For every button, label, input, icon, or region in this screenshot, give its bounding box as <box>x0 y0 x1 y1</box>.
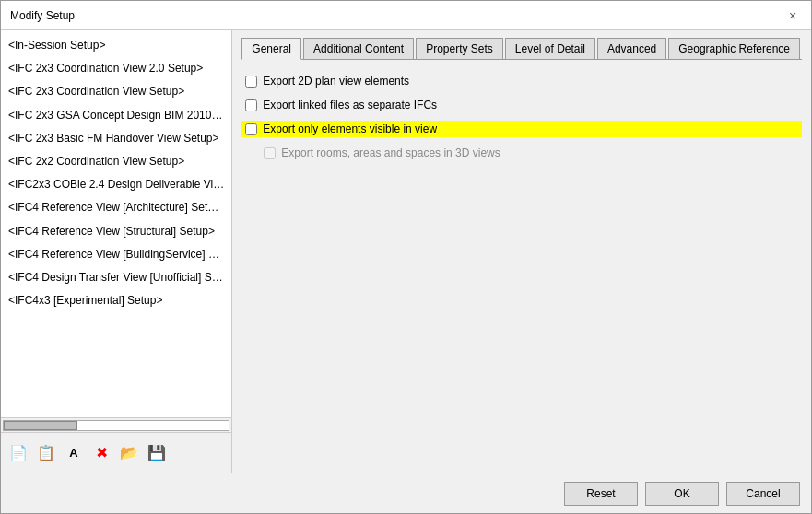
sidebar-footer: 📄 📋 A ✖ 📂 💾 <box>1 432 231 473</box>
checkbox-row-3: Export only elements visible in view <box>241 121 802 137</box>
dialog-body: <In-Session Setup><IFC 2x3 Coordination … <box>1 30 811 473</box>
tab-general[interactable]: General <box>241 38 301 60</box>
scrollbar-area <box>1 417 231 432</box>
sidebar-item[interactable]: <In-Session Setup> <box>1 34 231 57</box>
tab-property-sets[interactable]: Property Sets <box>416 38 503 59</box>
checkbox-row-1: Export 2D plan view elements <box>241 73 802 89</box>
sidebar-item[interactable]: <IFC4x3 [Experimental] Setup> <box>1 289 231 312</box>
sidebar-item[interactable]: <IFC 2x3 Coordination View Setup> <box>1 80 231 103</box>
scrollbar-thumb[interactable] <box>4 421 77 430</box>
sidebar-item[interactable]: <IFC2x3 COBie 2.4 Design Deliverable Vie… <box>1 173 231 196</box>
sidebar-list: <In-Session Setup><IFC 2x3 Coordination … <box>1 30 231 417</box>
sidebar-item[interactable]: <IFC4 Reference View [BuildingService] S… <box>1 243 231 266</box>
title-bar: Modify Setup × <box>1 1 811 30</box>
export-rooms-checkbox[interactable] <box>264 147 276 159</box>
tab-geographic-reference[interactable]: Geographic Reference <box>668 38 800 59</box>
tab-advanced[interactable]: Advanced <box>597 38 666 59</box>
checkbox-row-4: Export rooms, areas and spaces in 3D vie… <box>241 145 802 161</box>
reset-button[interactable]: Reset <box>564 482 638 506</box>
export-button[interactable]: 💾 <box>145 441 169 465</box>
sidebar-item[interactable]: <IFC4 Design Transfer View [Unofficial] … <box>1 266 231 289</box>
tabs: General Additional Content Property Sets… <box>241 38 802 60</box>
import-button[interactable]: 📂 <box>117 441 141 465</box>
sidebar-scrollbar[interactable] <box>3 420 229 431</box>
sidebar-item[interactable]: <IFC 2x3 Basic FM Handover View Setup> <box>1 127 231 150</box>
export-visible-label: Export only elements visible in view <box>263 123 437 135</box>
export-rooms-label: Export rooms, areas and spaces in 3D vie… <box>281 146 500 159</box>
modify-setup-dialog: Modify Setup × <In-Session Setup><IFC 2x… <box>0 0 812 514</box>
sidebar-item[interactable]: <IFC 2x3 Coordination View 2.0 Setup> <box>1 57 231 80</box>
main-panel: General Additional Content Property Sets… <box>232 30 811 473</box>
checkbox-row-2: Export linked files as separate IFCs <box>241 97 802 113</box>
sidebar-item[interactable]: <IFC 2x2 Coordination View Setup> <box>1 150 231 173</box>
sidebar-item[interactable]: <IFC 2x3 GSA Concept Design BIM 2010 Set… <box>1 104 231 127</box>
export-linked-checkbox[interactable] <box>245 99 257 111</box>
export-2d-label: Export 2D plan view elements <box>263 75 409 88</box>
tab-additional-content[interactable]: Additional Content <box>303 38 414 59</box>
cancel-button[interactable]: Cancel <box>726 482 800 506</box>
dialog-title: Modify Setup <box>10 9 75 22</box>
tab-level-of-detail[interactable]: Level of Detail <box>505 38 595 59</box>
sidebar: <In-Session Setup><IFC 2x3 Coordination … <box>1 30 232 473</box>
ok-button[interactable]: OK <box>645 482 719 506</box>
sidebar-item[interactable]: <IFC4 Reference View [Architecture] Setu… <box>1 196 231 219</box>
export-visible-checkbox[interactable] <box>245 123 257 135</box>
dialog-footer: Reset OK Cancel <box>1 473 811 513</box>
new-setup-button[interactable]: 📄 <box>6 441 30 465</box>
delete-button[interactable]: ✖ <box>89 441 113 465</box>
duplicate-button[interactable]: 📋 <box>34 441 58 465</box>
close-button[interactable]: × <box>783 6 802 25</box>
export-2d-checkbox[interactable] <box>245 76 257 88</box>
tab-content: Export 2D plan view elements Export link… <box>241 69 802 465</box>
rename-button[interactable]: A <box>62 441 86 465</box>
export-linked-label: Export linked files as separate IFCs <box>263 99 437 111</box>
sidebar-item[interactable]: <IFC4 Reference View [Structural] Setup> <box>1 220 231 243</box>
